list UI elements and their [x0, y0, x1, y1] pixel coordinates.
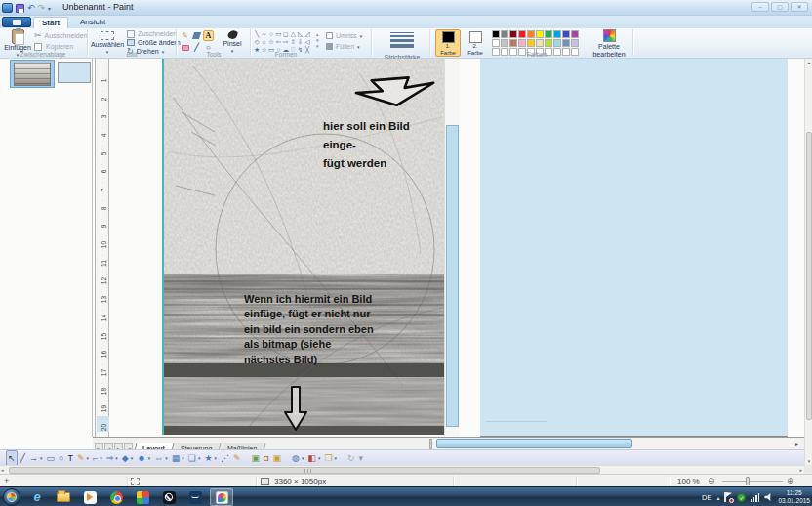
- cut-button[interactable]: ✂ Ausschneiden: [34, 31, 88, 40]
- color-swatch[interactable]: [492, 30, 500, 38]
- color-swatch[interactable]: [527, 39, 535, 47]
- shape-icon[interactable]: ⇦: [275, 38, 281, 46]
- taskbar-explorer[interactable]: [52, 488, 75, 506]
- zoom-out-icon[interactable]: ⊖: [708, 476, 715, 486]
- color-swatch[interactable]: [518, 39, 526, 47]
- copy-button[interactable]: Kopieren: [34, 42, 73, 51]
- draw-tool-icon[interactable]: ○: [58, 451, 64, 465]
- dropdown-arrow-icon[interactable]: ▾: [335, 455, 338, 461]
- color2-button[interactable]: 2. Farbe: [463, 29, 488, 57]
- undo-icon[interactable]: ↶: [27, 4, 35, 13]
- paint-hscroll-thumb[interactable]: [9, 467, 600, 474]
- taskbar-paint-active[interactable]: [210, 488, 233, 506]
- taskbar-media-player[interactable]: [78, 488, 102, 506]
- update-icon[interactable]: ✓: [737, 493, 746, 502]
- draw-tool-icon[interactable]: ◘: [263, 451, 269, 465]
- paint-app-icon[interactable]: [2, 3, 13, 13]
- color-swatch[interactable]: [536, 30, 544, 38]
- start-button[interactable]: [3, 488, 20, 506]
- color-swatch[interactable]: [509, 39, 517, 47]
- taskbar-clock[interactable]: 11:25 03.01.2015: [778, 489, 810, 505]
- text-tool[interactable]: A: [203, 30, 214, 41]
- dropdown-arrow-icon[interactable]: ▾: [215, 455, 218, 461]
- dropdown-arrow-icon[interactable]: ▾: [302, 455, 304, 461]
- dropdown-arrow-icon[interactable]: ▾: [40, 455, 43, 461]
- draw-tool-icon[interactable]: ✎: [232, 451, 242, 465]
- draw-tool-icon[interactable]: ↻: [346, 451, 356, 465]
- shape-icon[interactable]: ⇨: [283, 38, 289, 46]
- scroll-up-icon[interactable]: ▴: [805, 60, 812, 65]
- draw-tool-icon[interactable]: ◍: [291, 451, 301, 465]
- outline-button[interactable]: Umriss ▾: [326, 31, 362, 40]
- taskbar-dark-app[interactable]: [157, 488, 181, 506]
- dropdown-arrow-icon[interactable]: ▾: [115, 455, 118, 461]
- shapes-scroll-more-icon[interactable]: ▾: [316, 43, 319, 49]
- taskbar-internet-explorer[interactable]: e: [25, 488, 49, 506]
- color-swatch[interactable]: [518, 30, 526, 38]
- color-swatch[interactable]: [571, 30, 579, 38]
- draw-tool-icon[interactable]: ✎: [76, 451, 86, 465]
- pasted-wood-image[interactable]: hier soll ein Bild einge- fügt werden We…: [162, 59, 442, 435]
- draw-tool-icon[interactable]: ▭: [45, 451, 56, 465]
- tab-start[interactable]: Start: [33, 17, 68, 28]
- color-swatch[interactable]: [501, 39, 508, 47]
- pencil-tool[interactable]: ✎: [180, 30, 190, 41]
- color-swatch[interactable]: [553, 30, 561, 38]
- taskbar-openoffice[interactable]: [183, 488, 207, 506]
- draw-tool-icon[interactable]: ▣: [272, 451, 283, 465]
- paint-vertical-scrollbar[interactable]: ▴ ▾: [804, 59, 812, 465]
- draw-tool-icon[interactable]: ▾: [358, 451, 365, 465]
- action-center-flag-icon[interactable]: [724, 492, 732, 502]
- shape-icon[interactable]: ◁: [304, 38, 310, 46]
- draw-tool-icon[interactable]: ⇒: [105, 451, 115, 465]
- taskbar-app-grid[interactable]: [131, 488, 154, 506]
- draw-tool-icon[interactable]: ☻: [136, 451, 146, 465]
- dropdown-arrow-icon[interactable]: ▾: [86, 455, 89, 461]
- shapes-scroll[interactable]: ▴ ▾ ▾: [316, 31, 319, 49]
- dropdown-arrow-icon[interactable]: ▾: [182, 455, 184, 461]
- network-icon[interactable]: [751, 493, 759, 502]
- draw-tool-icon[interactable]: T: [66, 451, 74, 465]
- color-swatch[interactable]: [545, 39, 552, 47]
- shape-icon[interactable]: ▭: [275, 30, 281, 38]
- draw-tool-icon[interactable]: ↖: [6, 450, 18, 466]
- crop-button[interactable]: Zuschneiden: [127, 29, 177, 38]
- draw-horizontal-scrollbar[interactable]: ▸: [432, 439, 799, 449]
- dropdown-arrow-icon[interactable]: ▾: [100, 455, 102, 461]
- redo-icon[interactable]: ↷: [38, 4, 46, 13]
- shape-icon[interactable]: ◻: [283, 30, 289, 38]
- zoom-slider-track[interactable]: [722, 481, 783, 482]
- shape-icon[interactable]: ◺: [297, 30, 303, 38]
- shapefill-button[interactable]: Füllen ▾: [326, 42, 360, 51]
- color-swatch[interactable]: [536, 39, 544, 47]
- scroll-left-icon[interactable]: ◂: [1, 467, 4, 473]
- draw-hscroll-thumb[interactable]: [436, 439, 632, 448]
- tray-expand-icon[interactable]: ▴: [716, 494, 719, 501]
- shape-icon[interactable]: ○: [268, 30, 274, 38]
- dropdown-arrow-icon[interactable]: ▾: [318, 455, 321, 461]
- color-swatch[interactable]: [509, 30, 517, 38]
- draw-tool-icon[interactable]: ▣: [251, 451, 262, 465]
- dropdown-arrow-icon[interactable]: ▾: [148, 455, 151, 461]
- draw-page-thumbnail-selected[interactable]: [10, 60, 55, 88]
- scroll-right-icon[interactable]: ▸: [799, 467, 802, 473]
- draw-hscroll-right-icon[interactable]: ▸: [795, 441, 798, 447]
- color-swatch[interactable]: [501, 30, 508, 38]
- shape-icon[interactable]: ⇩: [297, 38, 303, 46]
- scroll-down-icon[interactable]: ▾: [805, 458, 812, 464]
- color-swatch[interactable]: [527, 30, 535, 38]
- draw-vscroll-thumb[interactable]: [446, 125, 459, 427]
- paint-horizontal-scrollbar[interactable]: ◂ ▸: [0, 465, 804, 474]
- shape-icon[interactable]: ⇧: [290, 38, 296, 46]
- draw-tool-icon[interactable]: ◆: [121, 451, 130, 465]
- shape-icon[interactable]: ◿: [304, 30, 310, 38]
- zoom-in-icon[interactable]: ⊕: [787, 476, 794, 486]
- shape-icon[interactable]: ☆: [268, 38, 274, 46]
- draw-tool-icon[interactable]: ⇔: [153, 451, 164, 465]
- color-swatch[interactable]: [492, 39, 500, 47]
- draw-page-thumbnail[interactable]: [58, 62, 91, 83]
- color-swatch[interactable]: [545, 30, 552, 38]
- shape-icon[interactable]: ╲: [254, 30, 260, 38]
- close-button[interactable]: ✕: [791, 2, 808, 12]
- zoom-slider-thumb[interactable]: [746, 477, 750, 485]
